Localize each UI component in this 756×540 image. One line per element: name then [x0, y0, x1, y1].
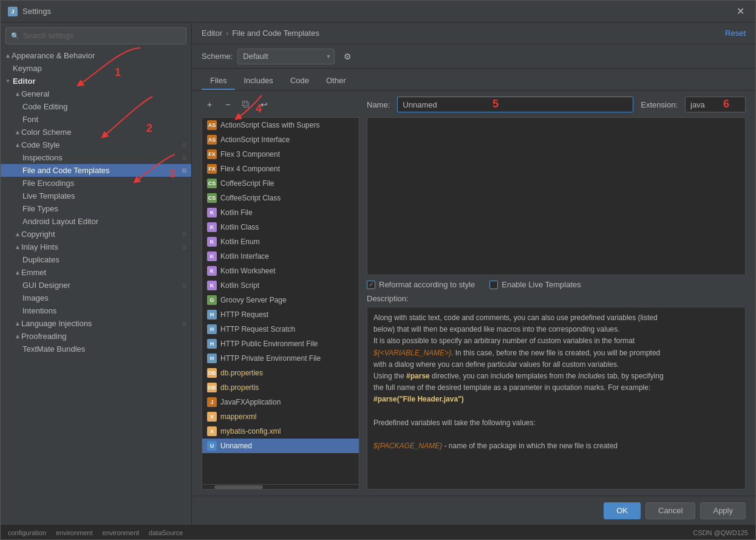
item-label: Kotlin Enum	[220, 238, 260, 246]
tab-code[interactable]: Code	[282, 72, 318, 90]
sidebar-item-color-scheme[interactable]: ▶ Color Scheme	[1, 126, 191, 138]
cancel-button[interactable]: Cancel	[645, 502, 695, 519]
sidebar-item-file-and-code-templates[interactable]: File and Code Templates ⧉	[1, 164, 191, 177]
add-template-button[interactable]: +	[202, 97, 217, 112]
sidebar-item-label: File Types	[22, 204, 58, 213]
list-item[interactable]: H HTTP Request Scratch	[202, 322, 359, 337]
item-label: Flex 3 Component	[220, 150, 280, 159]
list-item[interactable]: G Groovy Server Page	[202, 293, 359, 307]
tab-includes[interactable]: Includes	[235, 72, 281, 90]
list-item[interactable]: FX Flex 3 Component	[202, 147, 359, 162]
list-item[interactable]: X mapperxml	[202, 409, 359, 424]
list-item[interactable]: K Kotlin Class	[202, 220, 359, 234]
list-item[interactable]: CS CoffeeScript File	[202, 176, 359, 191]
sidebar-item-proofreading[interactable]: ▶ Proofreading	[1, 330, 191, 343]
list-item[interactable]: H HTTP Request	[202, 307, 359, 322]
list-item[interactable]: K Kotlin Script	[202, 278, 359, 293]
sidebar-item-emmet[interactable]: ▶ Emmet	[1, 266, 191, 279]
sidebar-item-duplicates[interactable]: Duplicates	[1, 253, 191, 266]
item-icon: FX	[207, 149, 217, 159]
sidebar-item-file-types[interactable]: File Types	[1, 202, 191, 215]
title-bar: J Settings ✕	[1, 1, 755, 22]
arrow-right-icon: ▶	[15, 143, 20, 147]
extension-input[interactable]	[685, 97, 746, 112]
list-item[interactable]: DB db.properties	[202, 366, 359, 380]
sidebar-item-intentions[interactable]: Intentions	[1, 304, 191, 317]
sidebar-item-label: Inspections	[22, 153, 63, 162]
sidebar-item-gui-designer[interactable]: GUI Designer ⧉	[1, 279, 191, 292]
item-icon: X	[207, 412, 217, 422]
directive-bold: #parse	[406, 372, 430, 380]
app-icon: J	[8, 7, 18, 16]
search-icon: 🔍	[11, 32, 19, 40]
list-item[interactable]: K Kotlin File	[202, 205, 359, 220]
tab-files[interactable]: Files	[202, 72, 235, 90]
list-item[interactable]: X mybatis-config.xml	[202, 424, 359, 439]
sidebar-item-language-injections[interactable]: ▶ Language Injections ⧉	[1, 317, 191, 330]
arrow-right-icon: ▶	[15, 233, 20, 236]
scheme-select[interactable]: Default Project	[237, 49, 335, 64]
sidebar-item-textmate-bundles[interactable]: TextMate Bundles	[1, 343, 191, 355]
list-item[interactable]: AS ActionScript Class with Supers	[202, 118, 359, 132]
scheme-dropdown-wrapper: Default Project ▼	[237, 49, 335, 64]
sidebar-item-general[interactable]: ▶ General	[1, 87, 191, 100]
sidebar-item-label: Editor	[13, 77, 36, 86]
sidebar-item-label: Duplicates	[22, 255, 60, 264]
list-item[interactable]: H HTTP Public Environment File	[202, 337, 359, 351]
remove-template-button[interactable]: −	[220, 97, 236, 112]
item-icon: H	[207, 354, 217, 363]
live-templates-checkbox[interactable]	[489, 281, 498, 289]
search-placeholder: Search settings	[23, 32, 73, 40]
list-item[interactable]: J JavaFXApplication	[202, 395, 359, 409]
apply-button[interactable]: Apply	[700, 502, 746, 519]
gear-button[interactable]: ⚙	[339, 49, 355, 64]
sidebar-item-copyright[interactable]: ▶ Copyright ⧉	[1, 228, 191, 241]
sidebar-item-file-encodings[interactable]: File Encodings	[1, 177, 191, 190]
reset-button[interactable]: Reset	[725, 29, 746, 38]
ok-button[interactable]: OK	[604, 502, 641, 519]
sidebar-item-font[interactable]: Font	[1, 113, 191, 126]
live-templates-checkbox-label[interactable]: Enable Live Templates	[489, 280, 581, 289]
sidebar-item-code-editing[interactable]: Code Editing	[1, 100, 191, 113]
scrollbar-thumb[interactable]	[214, 485, 263, 489]
arrow-right-icon: ▶	[15, 335, 20, 338]
item-label: db.properties	[220, 369, 263, 377]
arrow-right-icon: ▶	[15, 131, 20, 134]
sidebar-item-appearance[interactable]: ▶ Appearance & Behavior	[1, 49, 191, 62]
sidebar-item-android-layout-editor[interactable]: Android Layout Editor	[1, 215, 191, 228]
item-icon: H	[207, 310, 217, 320]
tab-other[interactable]: Other	[318, 72, 355, 90]
template-list: AS ActionScript Class with Supers AS Act…	[202, 117, 359, 485]
list-item[interactable]: K Kotlin Interface	[202, 249, 359, 264]
sidebar-item-inspections[interactable]: Inspections ⧉	[1, 151, 191, 164]
sidebar-item-label: Font	[22, 115, 38, 124]
list-item[interactable]: AS ActionScript Interface	[202, 132, 359, 147]
copy-template-button[interactable]: ⿻	[238, 97, 254, 112]
list-item[interactable]: FX Flex 4 Component	[202, 162, 359, 176]
copy-icon: ⧉	[182, 282, 186, 289]
close-button[interactable]: ✕	[733, 4, 748, 18]
list-item[interactable]: K Kotlin Enum	[202, 234, 359, 249]
sidebar-item-images[interactable]: Images	[1, 292, 191, 304]
sidebar-item-keymap[interactable]: Keymap	[1, 62, 191, 75]
status-bar: configuration environment environment da…	[1, 525, 755, 539]
scheme-bar: Scheme: Default Project ▼ ⚙	[192, 44, 755, 69]
list-item[interactable]: DB db.propertis	[202, 380, 359, 395]
template-editor-area[interactable]	[367, 117, 746, 275]
sidebar-item-inlay-hints[interactable]: ▶ Inlay Hints ⧉	[1, 241, 191, 253]
list-item[interactable]: K Kotlin Worksheet	[202, 264, 359, 278]
reformat-checkbox[interactable]	[367, 281, 375, 289]
reformat-checkbox-label[interactable]: Reformat according to style	[367, 280, 475, 289]
search-box[interactable]: 🔍 Search settings	[5, 27, 186, 44]
footer: OK Cancel Apply	[192, 496, 755, 525]
list-item[interactable]: H HTTP Private Environment File	[202, 351, 359, 366]
name-input[interactable]	[397, 97, 633, 112]
horizontal-scrollbar[interactable]	[202, 485, 359, 490]
extension-label: Extension:	[641, 100, 678, 109]
list-item[interactable]: CS CoffeeScript Class	[202, 191, 359, 205]
list-item-unnamed[interactable]: U Unnamed	[202, 439, 359, 453]
reset-template-button[interactable]: ↩	[256, 97, 272, 112]
sidebar-item-live-templates[interactable]: Live Templates	[1, 190, 191, 202]
sidebar-item-editor[interactable]: ▼ Editor	[1, 75, 191, 87]
sidebar-item-code-style[interactable]: ▶ Code Style ⧉	[1, 138, 191, 151]
